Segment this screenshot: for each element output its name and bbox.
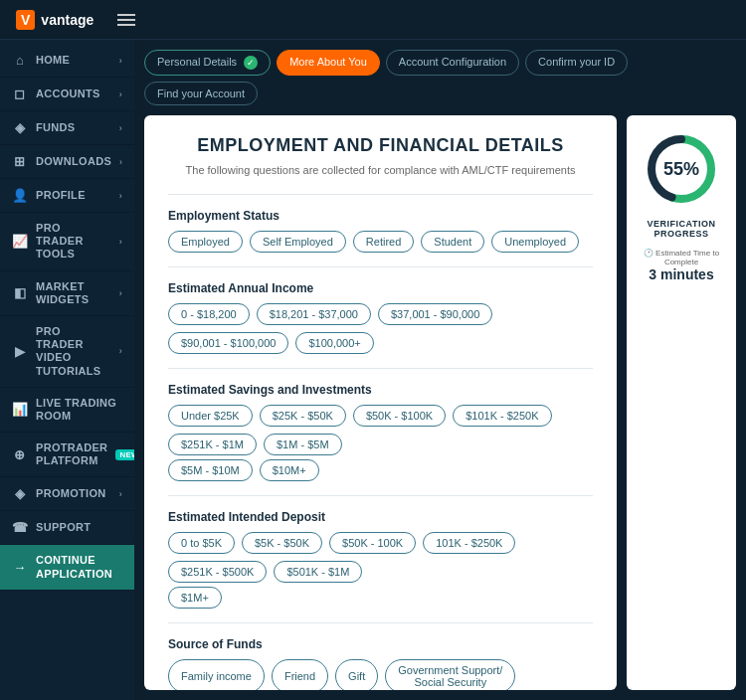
option-251k-500k[interactable]: $251K - $500K <box>168 561 267 583</box>
employment-status-section: Employment Status Employed Self Employed… <box>168 209 593 253</box>
divider-5 <box>168 622 593 623</box>
deposit-options-row2: $1M+ <box>168 587 593 609</box>
progress-percent: 55% <box>663 159 699 180</box>
step-find-account[interactable]: Find your Account <box>144 82 258 105</box>
option-50k-100k-deposit[interactable]: $50K - 100K <box>329 532 416 554</box>
option-18201-37000[interactable]: $18,201 - $37,000 <box>257 303 371 325</box>
sidebar-item-support[interactable]: ☎ SUPPORT <box>0 511 134 545</box>
savings-investments-section: Estimated Savings and Investments Under … <box>168 383 593 481</box>
sidebar-item-pro-trader-tools[interactable]: 📈 PRO TRADER TOOLS › <box>0 213 134 271</box>
step-personal-details[interactable]: Personal Details ✓ <box>144 50 271 76</box>
sidebar-item-accounts[interactable]: ◻ ACCOUNTS › <box>0 78 134 111</box>
funds-icon: ◈ <box>12 120 28 135</box>
navbar: V vantage <box>0 0 746 40</box>
profile-icon: 👤 <box>12 188 28 203</box>
annual-income-section: Estimated Annual Income 0 - $18,200 $18,… <box>168 281 593 354</box>
source-options-row1: Family income Friend Gift Government Sup… <box>168 659 593 690</box>
form-title: EMPLOYMENT AND FINANCIAL DETAILS <box>168 135 593 156</box>
market-widgets-icon: ◧ <box>12 285 28 300</box>
option-under-25k[interactable]: Under $25K <box>168 405 253 427</box>
option-90001-100000[interactable]: $90,001 - $100,000 <box>168 332 288 354</box>
option-retired[interactable]: Retired <box>353 231 414 253</box>
divider-4 <box>168 495 593 496</box>
content-row: EMPLOYMENT AND FINANCIAL DETAILS The fol… <box>144 115 736 690</box>
sidebar-item-profile[interactable]: 👤 PROFILE › <box>0 179 134 213</box>
option-1m-plus-deposit[interactable]: $1M+ <box>168 587 222 609</box>
divider-1 <box>168 194 593 195</box>
step-confirm-id[interactable]: Confirm your ID <box>525 50 628 76</box>
option-0-18200[interactable]: 0 - $18,200 <box>168 303 250 325</box>
option-gift[interactable]: Gift <box>335 659 378 690</box>
option-5k-50k-deposit[interactable]: $5K - $50K <box>242 532 322 554</box>
option-employed[interactable]: Employed <box>168 231 243 253</box>
sidebar-label: HOME <box>36 54 111 67</box>
sidebar-label: PROFILE <box>36 189 111 202</box>
option-government-support[interactable]: Government Support/Social Security <box>385 659 515 690</box>
option-1m-5m[interactable]: $1M - $5M <box>264 434 342 455</box>
sidebar-label: PRO TRADER VIDEO TUTORIALS <box>36 325 111 378</box>
time-value: 3 minutes <box>637 266 726 282</box>
steps-bar: Personal Details ✓ More About You Accoun… <box>144 50 736 105</box>
sidebar-item-live-trading[interactable]: 📊 LIVE TRADING ROOM <box>0 388 134 433</box>
option-10m-plus[interactable]: $10M+ <box>260 459 319 481</box>
option-37001-90000[interactable]: $37,001 - $90,000 <box>378 303 492 325</box>
progress-card: 55% VERIFICATION PROGRESS 🕐 Estimated Ti… <box>627 115 736 690</box>
sidebar-label: FUNDS <box>36 121 111 134</box>
source-of-funds-label: Source of Funds <box>168 637 593 651</box>
sidebar-item-pro-trader-video[interactable]: ▶ PRO TRADER VIDEO TUTORIALS › <box>0 316 134 388</box>
option-self-employed[interactable]: Self Employed <box>250 231 346 253</box>
option-101k-250k-deposit[interactable]: 101K - $250K <box>423 532 515 554</box>
sidebar-item-downloads[interactable]: ⊞ DOWNLOADS › <box>0 145 134 179</box>
time-label: 🕐 Estimated Time to Complete <box>637 249 726 266</box>
option-100000-plus[interactable]: $100,000+ <box>295 332 373 354</box>
sidebar-item-funds[interactable]: ◈ FUNDS › <box>0 111 134 145</box>
option-251k-1m[interactable]: $251K - $1M <box>168 434 257 455</box>
option-family-income[interactable]: Family income <box>168 659 265 690</box>
main-content: Personal Details ✓ More About You Accoun… <box>134 40 746 700</box>
sidebar-label: LIVE TRADING ROOM <box>36 397 122 423</box>
option-student[interactable]: Student <box>421 231 484 253</box>
video-icon: ▶ <box>12 344 28 359</box>
option-unemployed[interactable]: Unemployed <box>491 231 579 253</box>
hamburger-menu[interactable] <box>117 14 135 26</box>
option-501k-1m[interactable]: $501K - $1M <box>274 561 362 583</box>
sidebar-label: PRO TRADER TOOLS <box>36 222 111 262</box>
support-icon: ☎ <box>12 520 28 535</box>
sidebar-label: DOWNLOADS <box>36 155 111 168</box>
logo: V vantage <box>16 10 93 30</box>
option-101k-250k[interactable]: $101K - $250K <box>453 405 551 427</box>
sidebar-item-promotion[interactable]: ◈ PROMOTION › <box>0 477 134 511</box>
clock-icon: 🕐 <box>644 249 653 258</box>
sidebar-label: PROTRADER PLATFORM <box>36 441 107 467</box>
live-trading-icon: 📊 <box>12 402 28 417</box>
sidebar-item-protrader-platform[interactable]: ⊕ PROTRADER PLATFORM NEW <box>0 433 134 477</box>
step-check-icon: ✓ <box>244 56 258 70</box>
savings-options-row2: $5M - $10M $10M+ <box>168 459 593 481</box>
annual-income-label: Estimated Annual Income <box>168 281 593 295</box>
annual-income-options: 0 - $18,200 $18,201 - $37,000 $37,001 - … <box>168 303 593 354</box>
sidebar-label: PROMOTION <box>36 487 111 500</box>
option-25k-50k[interactable]: $25K - $50K <box>260 405 346 427</box>
pro-trader-icon: 📈 <box>12 234 28 249</box>
accounts-icon: ◻ <box>12 87 28 101</box>
app-body: ⌂ HOME › ◻ ACCOUNTS › ◈ FUNDS › ⊞ DOWNLO… <box>0 40 746 700</box>
continue-icon: → <box>12 560 28 575</box>
downloads-icon: ⊞ <box>12 154 28 169</box>
progress-donut: 55% <box>642 129 721 209</box>
sidebar-item-home[interactable]: ⌂ HOME › <box>0 44 134 78</box>
option-5m-10m[interactable]: $5M - $10M <box>168 459 253 481</box>
progress-title: VERIFICATION PROGRESS <box>637 219 726 239</box>
option-0-5k[interactable]: 0 to $5K <box>168 532 235 554</box>
option-friend[interactable]: Friend <box>272 659 328 690</box>
step-account-config[interactable]: Account Configuration <box>386 50 519 76</box>
promotion-icon: ◈ <box>12 486 28 501</box>
sidebar-label: ACCOUNTS <box>36 88 111 100</box>
sidebar-item-continue-application[interactable]: → CONTINUE APPLICATION <box>0 545 134 590</box>
platform-icon: ⊕ <box>12 447 28 462</box>
option-50k-100k[interactable]: $50K - $100K <box>353 405 446 427</box>
step-more-about-you[interactable]: More About You <box>277 50 380 76</box>
time-section: 🕐 Estimated Time to Complete 3 minutes <box>637 249 726 282</box>
sidebar-item-market-widgets[interactable]: ◧ MARKET WIDGETS › <box>0 271 134 316</box>
intended-deposit-label: Estimated Intended Deposit <box>168 510 593 524</box>
savings-options-row1: Under $25K $25K - $50K $50K - $100K $101… <box>168 405 593 455</box>
